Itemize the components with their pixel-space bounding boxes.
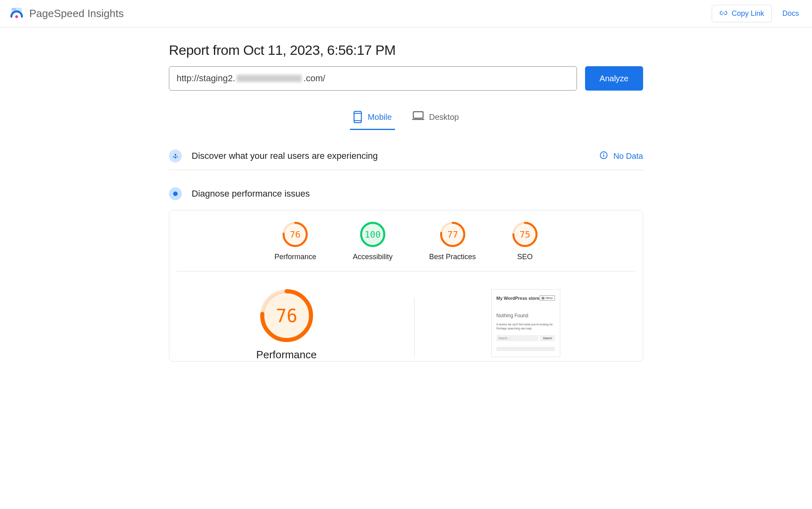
svg-point-10 bbox=[173, 156, 174, 157]
svg-text:100: 100 bbox=[365, 230, 381, 240]
pagespeed-logo-icon bbox=[10, 7, 24, 21]
svg-text:77: 77 bbox=[447, 230, 458, 240]
svg-text:76: 76 bbox=[290, 230, 301, 240]
tab-desktop-label: Desktop bbox=[429, 113, 459, 122]
site-preview-col: My WordPress store Menu Nothing Found It… bbox=[414, 289, 637, 357]
url-value-suffix: .com/ bbox=[303, 73, 325, 84]
site-preview-footer bbox=[497, 347, 555, 351]
site-preview-menu: Menu bbox=[540, 295, 555, 301]
svg-text:76: 76 bbox=[276, 305, 297, 326]
site-preview-search-box: Search … bbox=[497, 335, 539, 341]
app-header: PageSpeed Insights Copy Link Docs bbox=[0, 0, 812, 28]
site-preview-title: My WordPress store bbox=[497, 295, 540, 301]
radar-icon bbox=[169, 187, 182, 200]
device-tabs: Mobile Desktop bbox=[169, 107, 643, 130]
url-value-prefix: http://staging2. bbox=[177, 73, 235, 84]
report-title: Report from Oct 11, 2023, 6:56:17 PM bbox=[169, 42, 643, 58]
performance-big-gauge-col: 76 Performance bbox=[175, 289, 398, 361]
diagnose-section: Diagnose performance issues bbox=[169, 180, 643, 208]
svg-rect-15 bbox=[603, 154, 604, 157]
svg-rect-12 bbox=[175, 156, 176, 158]
analyze-button[interactable]: Analyze bbox=[585, 66, 643, 91]
copy-link-button[interactable]: Copy Link bbox=[712, 5, 772, 22]
header-right: Copy Link Docs bbox=[712, 5, 802, 22]
no-data-indicator[interactable]: No Data bbox=[600, 151, 643, 161]
gauge-seo[interactable]: 75 SEO bbox=[512, 222, 538, 261]
site-preview-menu-label: Menu bbox=[546, 297, 553, 299]
link-icon bbox=[719, 9, 728, 18]
main-container: Report from Oct 11, 2023, 6:56:17 PM htt… bbox=[162, 42, 650, 362]
url-input[interactable]: http://staging2. .com/ bbox=[169, 66, 577, 91]
gauge-accessibility[interactable]: 100 Accessibility bbox=[353, 222, 393, 261]
gauge-label: Accessibility bbox=[353, 253, 393, 261]
gauges-row: 76 Performance 100 Accessibility 77 Best… bbox=[175, 222, 637, 261]
users-icon bbox=[169, 149, 182, 162]
site-preview: My WordPress store Menu Nothing Found It… bbox=[491, 289, 560, 357]
tab-mobile-label: Mobile bbox=[368, 113, 392, 122]
url-row: http://staging2. .com/ Analyze bbox=[169, 66, 643, 91]
site-preview-search-button: Search bbox=[540, 335, 555, 341]
svg-point-9 bbox=[175, 154, 176, 156]
header-left: PageSpeed Insights bbox=[10, 7, 124, 21]
gauge-label: Performance bbox=[274, 253, 316, 261]
svg-point-11 bbox=[177, 156, 178, 157]
svg-rect-7 bbox=[413, 112, 423, 118]
no-data-label: No Data bbox=[613, 152, 643, 161]
gauge-label: Best Practices bbox=[429, 253, 476, 261]
mobile-icon bbox=[353, 111, 363, 123]
desktop-icon bbox=[412, 111, 424, 123]
performance-big-gauge: 76 bbox=[260, 289, 313, 342]
gauge-performance[interactable]: 76 Performance bbox=[274, 222, 316, 261]
copy-link-label: Copy Link bbox=[732, 9, 764, 18]
real-users-title: Discover what your real users are experi… bbox=[192, 151, 590, 161]
app-title: PageSpeed Insights bbox=[29, 7, 124, 20]
svg-text:75: 75 bbox=[520, 230, 531, 240]
tab-desktop[interactable]: Desktop bbox=[409, 107, 462, 130]
gauge-best-practices[interactable]: 77 Best Practices bbox=[429, 222, 476, 261]
performance-big-gauge-label: Performance bbox=[256, 349, 317, 361]
real-users-section: Discover what your real users are experi… bbox=[169, 142, 643, 170]
svg-rect-1 bbox=[12, 9, 14, 10]
diagnose-title: Diagnose performance issues bbox=[192, 188, 643, 199]
svg-point-14 bbox=[603, 153, 604, 154]
svg-rect-2 bbox=[14, 9, 16, 10]
performance-detail-row: 76 Performance My WordPress store Menu N… bbox=[175, 289, 637, 361]
url-redacted-segment bbox=[237, 75, 302, 82]
info-icon bbox=[600, 151, 608, 161]
scores-panel: 76 Performance 100 Accessibility 77 Best… bbox=[169, 210, 643, 362]
site-preview-heading: Nothing Found bbox=[497, 313, 555, 318]
gauges-separator bbox=[177, 271, 635, 271]
site-preview-search: Search … Search bbox=[497, 335, 555, 341]
docs-link[interactable]: Docs bbox=[779, 9, 802, 18]
hamburger-icon bbox=[542, 297, 544, 299]
svg-point-3 bbox=[15, 15, 18, 18]
gauge-label: SEO bbox=[512, 253, 538, 261]
site-preview-text: It seems we can't find what you're looki… bbox=[497, 323, 555, 331]
tab-mobile[interactable]: Mobile bbox=[350, 107, 395, 130]
